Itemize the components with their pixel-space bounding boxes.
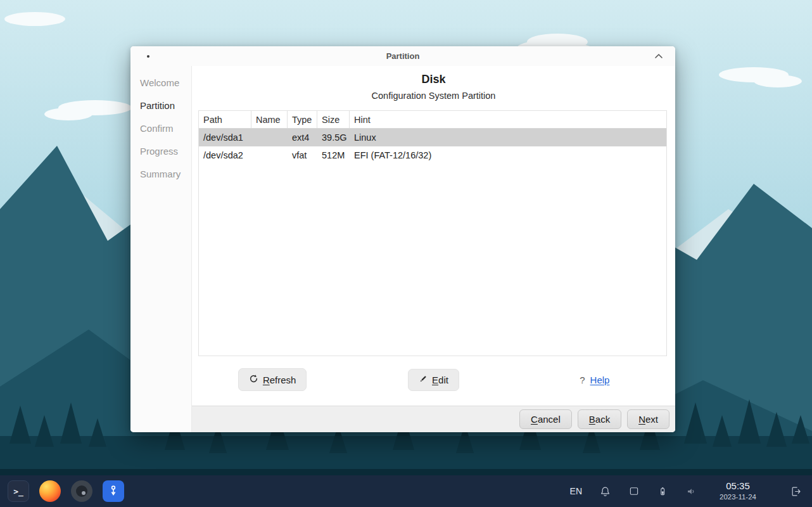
clock-date: 2023-11-24	[720, 492, 756, 501]
terminal-icon[interactable]: >_	[8, 480, 29, 502]
cell-hint: EFI (FAT-12/16/32)	[350, 150, 666, 160]
column-header-type[interactable]: Type	[288, 111, 317, 128]
help-area: ? Help	[580, 375, 609, 385]
clock[interactable]: 05:35 2023-11-24	[720, 480, 756, 501]
firefox-icon[interactable]	[39, 480, 61, 502]
sidebar-item-confirm[interactable]: Confirm	[130, 117, 191, 139]
volume-icon[interactable]	[685, 485, 697, 497]
edit-icon	[419, 375, 428, 385]
cell-size: 512M	[317, 150, 350, 160]
screenshot-tool-icon[interactable]	[71, 480, 92, 502]
column-header-path[interactable]: Path	[199, 111, 251, 128]
lens-icon	[76, 485, 87, 497]
cancel-button[interactable]: Cancel	[519, 409, 572, 429]
collapse-icon[interactable]	[654, 51, 664, 61]
taskbar: >_ EN 05:35 2023-11-24	[0, 475, 812, 507]
system-tray: EN 05:35 2023-11-24	[570, 480, 802, 501]
language-indicator[interactable]: EN	[570, 486, 582, 496]
desktop-icon[interactable]	[628, 485, 640, 497]
back-button[interactable]: Back	[578, 409, 621, 429]
logout-icon[interactable]	[790, 485, 802, 497]
cell-type: vfat	[288, 150, 317, 160]
clock-time: 05:35	[720, 480, 756, 492]
step-sidebar: Welcome Partition Confirm Progress Summa…	[130, 66, 192, 432]
cell-hint: Linux	[350, 132, 666, 143]
sidebar-item-summary[interactable]: Summary	[130, 162, 191, 185]
sidebar-item-welcome[interactable]: Welcome	[130, 71, 191, 94]
cell-size: 39.5G	[317, 132, 350, 143]
titlebar[interactable]: Partition	[130, 46, 675, 66]
window-title: Partition	[130, 51, 675, 61]
cell-path: /dev/sda1	[199, 132, 251, 143]
main-panel: Disk Configuration System Partition Path…	[192, 66, 675, 432]
help-question-icon: ?	[580, 375, 585, 385]
wizard-footer: Cancel Back Next	[192, 406, 675, 432]
battery-icon[interactable]	[657, 485, 668, 497]
installer-icon[interactable]	[103, 480, 124, 502]
column-header-hint[interactable]: Hint	[350, 111, 666, 128]
next-button[interactable]: Next	[627, 409, 669, 429]
column-header-name[interactable]: Name	[251, 111, 288, 128]
sidebar-item-progress[interactable]: Progress	[130, 139, 191, 162]
refresh-icon	[249, 374, 258, 385]
partition-table: Path Name Type Size Hint /dev/sda1 ext4 …	[198, 110, 667, 356]
action-row: Refresh Edit ? Help	[192, 356, 675, 406]
table-row[interactable]: /dev/sda2 vfat 512M EFI (FAT-12/16/32)	[199, 146, 666, 164]
notifications-bell-icon[interactable]	[599, 485, 611, 497]
sidebar-item-partition[interactable]: Partition	[130, 94, 191, 117]
help-link[interactable]: Help	[590, 375, 610, 385]
installer-window: Partition Welcome Partition Confirm Prog…	[130, 46, 675, 432]
cell-type: ext4	[288, 132, 317, 143]
column-header-size[interactable]: Size	[317, 111, 350, 128]
table-header-row: Path Name Type Size Hint	[199, 111, 666, 129]
page-title: Disk	[192, 73, 675, 86]
refresh-button[interactable]: Refresh	[238, 368, 307, 391]
cell-path: /dev/sda2	[199, 150, 251, 160]
table-row[interactable]: /dev/sda1 ext4 39.5G Linux	[199, 129, 666, 146]
page-subtitle: Configuration System Partition	[192, 91, 675, 101]
dock: >_	[8, 480, 124, 502]
edit-button[interactable]: Edit	[408, 369, 459, 391]
